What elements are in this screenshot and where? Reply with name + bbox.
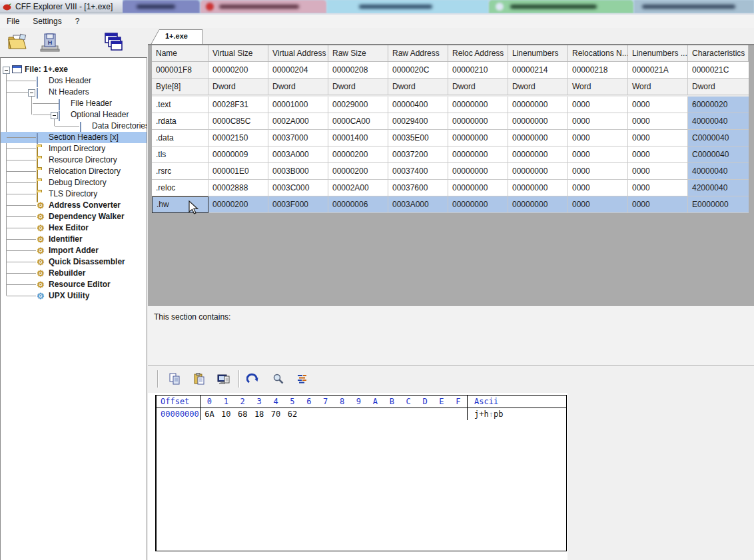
type-cell: Dword [388,79,448,95]
hex-dump-panel: Offset 0123 4567 89AB CDEF Ascii 0000000… [148,393,754,560]
background-browser-tab[interactable] [327,0,488,13]
tree-item-relocation-directory[interactable]: Relocation Directory [1,166,147,177]
section-row-text[interactable]: .text 00028F31 00001000 00029000 0000040… [152,97,749,113]
section-info-label: This section contains: [154,312,230,322]
background-browser-tab[interactable] [634,0,754,13]
tree-item-hex-editor[interactable]: ⚙ Hex Editor [1,222,147,234]
tree-item-resource-directory[interactable]: Resource Directory [1,154,147,166]
offset-row: 000001F8 00000200 00000204 00000208 0000… [152,62,749,79]
collapse-minus-icon[interactable] [51,112,58,119]
tree-item-nt-headers[interactable]: Nt Headers [1,87,147,98]
tree-item-quick-disassembler[interactable]: ⚙ Quick Disassembler [1,256,147,268]
section-name-cell[interactable]: .text [152,97,208,113]
hex-bytes[interactable]: 6A1068 187062 [201,408,467,420]
tree-item-identifier[interactable]: ⚙ Identifier [1,234,147,245]
write-button[interactable] [216,372,232,386]
section-name-cell[interactable]: .rdata [152,113,208,130]
redo-button[interactable] [245,372,261,386]
search-icon [272,373,284,385]
window-icon [12,65,22,73]
menu-help[interactable]: ? [69,15,87,27]
tree-item-optional-header[interactable]: Optional Header [1,109,147,121]
column-header: Virtual Size [208,45,268,62]
goto-offset-button[interactable] [294,372,310,386]
structure-tree: File: 1+.exe Dos Header Nt Headers File … [0,57,147,560]
tree-item-section-headers[interactable]: Section Headers [x] [1,132,147,143]
hex-dump-table[interactable]: Offset 0123 4567 89AB CDEF Ascii 0000000… [155,395,567,551]
table-header-row: Name Virtual Size Virtual Address Raw Si… [152,45,749,62]
desktop-top-strip: CFF Explorer VIII - [1+.exe] [0,0,754,13]
tree-item-tls-directory[interactable]: TLS Directory [1,188,147,200]
section-row-rdata[interactable]: .rdata 0000C85C 0002A000 0000CA00 000294… [152,113,749,130]
hex-ascii-header: Ascii [467,396,566,408]
column-header: Raw Size [328,45,388,62]
tree-item-file-root[interactable]: File: 1+.exe [1,64,147,75]
section-name-cell[interactable]: .reloc [152,180,208,196]
section-name-cell-focused[interactable]: .hw [152,196,208,213]
paste-icon [193,373,205,385]
gear-icon: ⚙ [37,246,45,256]
offset-cell: 00000210 [448,62,508,79]
background-browser-tab[interactable] [122,0,200,13]
background-browser-tab[interactable] [489,0,633,13]
hex-row-offset: 00000000 [157,408,201,420]
collapse-minus-icon[interactable] [28,89,35,97]
tree-item-import-adder[interactable]: ⚙ Import Adder [1,245,147,256]
hex-ascii-text[interactable]: j+h↑pb [467,408,566,420]
tree-item-rebuilder[interactable]: ⚙ Rebuilder [1,268,147,279]
offset-cell: 00000200 [208,62,268,79]
section-name-cell[interactable]: .tls [152,146,208,163]
section-name-cell[interactable]: .rsrc [152,163,208,180]
section-name-cell[interactable]: .data [152,130,208,146]
main-toolbar: H [0,28,148,57]
section-row-data[interactable]: .data 00002150 00037000 00001400 00035E0… [152,130,749,146]
hex-data-row[interactable]: 00000000 6A1068 187062 j+h↑pb [157,408,566,420]
tree-item-resource-editor[interactable]: ⚙ Resource Editor [1,279,147,290]
section-info-panel: This section contains: [148,305,754,365]
document-icon [80,122,81,133]
tree-item-address-converter[interactable]: ⚙ Address Converter [1,200,147,211]
cascade-windows-button[interactable] [101,31,127,54]
tree-item-import-directory[interactable]: Import Directory [1,143,147,154]
save-file-button[interactable]: H [37,31,63,54]
type-cell: Word [568,79,628,95]
cascade-windows-icon [103,32,125,53]
background-browser-tab[interactable] [200,0,326,13]
column-header: Name [152,45,208,62]
offset-cell: 00000204 [268,62,328,79]
chili-pepper-icon [3,3,12,11]
tree-item-dependency-walker[interactable]: ⚙ Dependency Walker [1,211,147,222]
write-icon [217,373,230,385]
gear-icon: ⚙ [37,212,45,222]
toolbar-separator [157,370,158,388]
section-headers-region: Name Virtual Size Virtual Address Raw Si… [148,44,754,305]
type-cell: Dword [508,79,568,95]
offset-cell: 0000021A [628,62,688,79]
menu-settings[interactable]: Settings [26,15,68,27]
paste-button[interactable] [191,372,207,386]
search-button[interactable] [270,372,286,386]
column-header: Raw Address [388,45,448,62]
gear-icon: ⚙ [37,235,45,244]
menu-file[interactable]: File [0,15,26,27]
copy-button[interactable] [167,372,183,386]
column-header: Characteristics [688,45,749,62]
type-cell: Dword [208,79,268,95]
tree-item-data-directories[interactable]: Data Directories [x] [1,121,147,132]
gear-icon: ⚙ [37,258,45,267]
offset-cell: 0000020C [388,62,448,79]
tree-item-file-header[interactable]: File Header [1,98,147,109]
section-row-hw-selected[interactable]: .hw 00000200 0003F000 00000006 0003A000 … [152,196,749,213]
tab-1-exe[interactable]: 1+.exe [151,29,204,45]
copy-icon [169,373,181,385]
collapse-minus-icon[interactable] [3,67,10,74]
tree-item-dos-header[interactable]: Dos Header [1,75,147,87]
section-row-tls[interactable]: .tls 00000009 0003A000 00000200 00037200… [152,146,749,163]
tree-item-upx-utility[interactable]: ⚙ UPX Utility [1,290,147,302]
section-row-reloc[interactable]: .reloc 00002888 0003C000 00002A00 000376… [152,180,749,196]
tree-item-debug-directory[interactable]: Debug Directory [1,177,147,188]
section-row-rsrc[interactable]: .rsrc 000001E0 0003B000 00000200 0003740… [152,163,749,180]
open-file-button[interactable] [5,31,31,54]
gear-icon: ⚙ [37,292,45,301]
type-cell: Dword [268,79,328,95]
